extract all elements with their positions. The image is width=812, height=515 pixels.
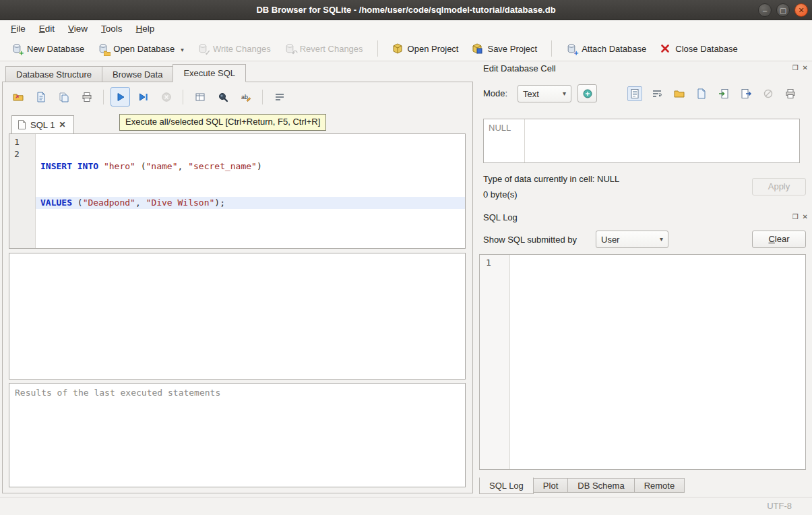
open-database-label: Open Database: [113, 44, 175, 54]
sql-log-view[interactable]: 1: [479, 254, 806, 470]
tab-execute-sql[interactable]: Execute SQL: [173, 64, 246, 82]
close-database-button[interactable]: Close Database: [655, 40, 743, 57]
attach-database-label: Attach Database: [582, 44, 646, 54]
sql-token-keyword: VALUES: [40, 198, 72, 208]
menu-file[interactable]: File: [4, 22, 32, 36]
encoding-indicator[interactable]: UTF-8: [767, 501, 792, 511]
import-cell-data-button[interactable]: [716, 86, 731, 101]
execute-current-line-icon: [138, 92, 149, 102]
execution-log-box[interactable]: Results of the last executed statements: [9, 383, 466, 487]
clear-log-button[interactable]: Clear: [752, 231, 806, 248]
open-cell-data-button[interactable]: [672, 86, 687, 101]
main-toolbar: ＋ New Database Open Database ▾ ✓ Write C…: [0, 36, 812, 61]
sql-code-area[interactable]: INSERT INTO "hero" ("name", "secret_name…: [36, 134, 465, 248]
text-view-button[interactable]: [627, 86, 642, 101]
window-title: DB Browser for SQLite - /home/user/code/…: [0, 0, 812, 20]
log-content[interactable]: [510, 255, 805, 469]
sql-token-punct: ,: [135, 198, 146, 208]
open-database-button[interactable]: Open Database ▾: [93, 40, 189, 57]
print-cell-button[interactable]: [783, 86, 798, 101]
word-wrap-cell-button[interactable]: [650, 86, 664, 101]
apply-button-label: Apply: [768, 179, 790, 195]
cell-value-editor[interactable]: NULL: [483, 119, 800, 163]
titlebar[interactable]: DB Browser for SQLite - /home/user/code/…: [0, 0, 812, 20]
close-tab-icon[interactable]: ✕: [59, 120, 65, 129]
open-database-menu-caret[interactable]: ▾: [181, 47, 184, 53]
log-filter-label: Show SQL submitted by: [483, 235, 577, 245]
dock-tab-remote[interactable]: Remote: [635, 478, 685, 493]
tab-browse-data[interactable]: Browse Data: [102, 66, 173, 82]
query-results-grid[interactable]: [9, 253, 466, 380]
dock-tab-bar: SQL Log Plot DB Schema Remote: [479, 478, 685, 494]
new-database-icon: ＋: [11, 43, 22, 54]
revert-changes-button: ↶ Revert Changes: [280, 40, 368, 57]
save-file-icon: [696, 88, 707, 99]
execute-sql-button[interactable]: [111, 87, 130, 107]
save-sql-as-button[interactable]: [54, 87, 73, 107]
import-icon: [718, 88, 729, 99]
menu-help[interactable]: Help: [129, 22, 162, 36]
edit-cell-dock-buttons: ❐ ✕: [792, 64, 808, 72]
set-null-icon: [763, 88, 774, 99]
open-database-icon: [98, 43, 108, 54]
save-sql-file-button[interactable]: [31, 87, 51, 107]
statusbar: UTF-8: [0, 497, 812, 515]
cell-value-content[interactable]: [525, 119, 799, 162]
revert-changes-label: Revert Changes: [300, 44, 363, 54]
cell-editor-settings-button[interactable]: [577, 84, 597, 102]
minimize-button[interactable]: –: [758, 3, 772, 17]
format-sql-button[interactable]: ab: [236, 87, 255, 107]
dock-float-icon[interactable]: ❐: [792, 213, 799, 221]
log-filter-combo[interactable]: User ▾: [596, 231, 668, 248]
print-sql-button[interactable]: [77, 87, 96, 107]
word-wrap-icon: [274, 92, 285, 102]
sql-toolbar: ab: [8, 87, 289, 107]
close-icon: ✕: [798, 6, 804, 14]
log-line-number: 1: [486, 258, 509, 268]
minimize-icon: –: [763, 6, 767, 14]
menu-edit[interactable]: Edit: [32, 22, 61, 36]
dock-tab-db-schema[interactable]: DB Schema: [568, 478, 634, 493]
dock-close-icon[interactable]: ✕: [803, 213, 808, 221]
save-project-button[interactable]: Save Project: [467, 40, 542, 57]
find-replace-button[interactable]: [213, 87, 232, 107]
menu-tools[interactable]: Tools: [94, 22, 129, 36]
dock-close-icon[interactable]: ✕: [803, 64, 808, 72]
attach-database-button[interactable]: ＋ Attach Database: [561, 40, 651, 57]
close-database-label: Close Database: [675, 44, 738, 54]
write-changes-icon: ✓: [197, 43, 208, 54]
find-icon: [218, 92, 228, 102]
new-database-button[interactable]: ＋ New Database: [7, 40, 89, 57]
tab-database-structure[interactable]: Database Structure: [5, 66, 102, 82]
print-icon: [785, 88, 796, 99]
close-window-button[interactable]: ✕: [794, 3, 808, 17]
sql-editor[interactable]: 1 2 INSERT INTO "hero" ("name", "secret_…: [9, 133, 466, 249]
sql-line-2[interactable]: VALUES ("Deadpond", "Dive Wilson");: [36, 197, 465, 209]
open-project-button[interactable]: Open Project: [387, 40, 464, 57]
execute-current-line-button[interactable]: [133, 87, 153, 107]
execute-sql-icon: [115, 92, 126, 102]
word-wrap-button[interactable]: [270, 87, 289, 107]
export-results-button[interactable]: [190, 87, 210, 107]
sql-editor-tab[interactable]: SQL 1 ✕: [11, 115, 74, 133]
save-sql-as-icon: [59, 92, 69, 102]
results-placeholder: Results of the last executed statements: [15, 388, 220, 398]
open-sql-file-button[interactable]: [8, 87, 28, 107]
dock-tab-plot[interactable]: Plot: [534, 478, 568, 493]
open-project-icon: [392, 43, 403, 54]
sql-token-punct: ): [257, 161, 262, 171]
maximize-button[interactable]: ▢: [776, 3, 790, 17]
sphere-icon: [582, 88, 593, 99]
export-cell-data-button[interactable]: [739, 86, 753, 101]
mode-combo[interactable]: Text ▾: [518, 85, 571, 102]
dock-float-icon[interactable]: ❐: [792, 64, 799, 72]
dock-tab-sql-log[interactable]: SQL Log: [479, 477, 534, 494]
sql-line-1[interactable]: INSERT INTO "hero" ("name", "secret_name…: [36, 160, 465, 173]
menubar: File Edit View Tools Help: [0, 20, 812, 36]
toolbar-separator: [551, 40, 552, 57]
save-cell-data-button[interactable]: [694, 86, 709, 101]
menu-view[interactable]: View: [61, 22, 94, 36]
execute-sql-tooltip: Execute all/selected SQL [Ctrl+Return, F…: [119, 114, 326, 131]
right-dock: Edit Database Cell ❐ ✕ Mode: Text ▾: [475, 62, 812, 497]
sql-toolbar-separator: [183, 90, 183, 104]
